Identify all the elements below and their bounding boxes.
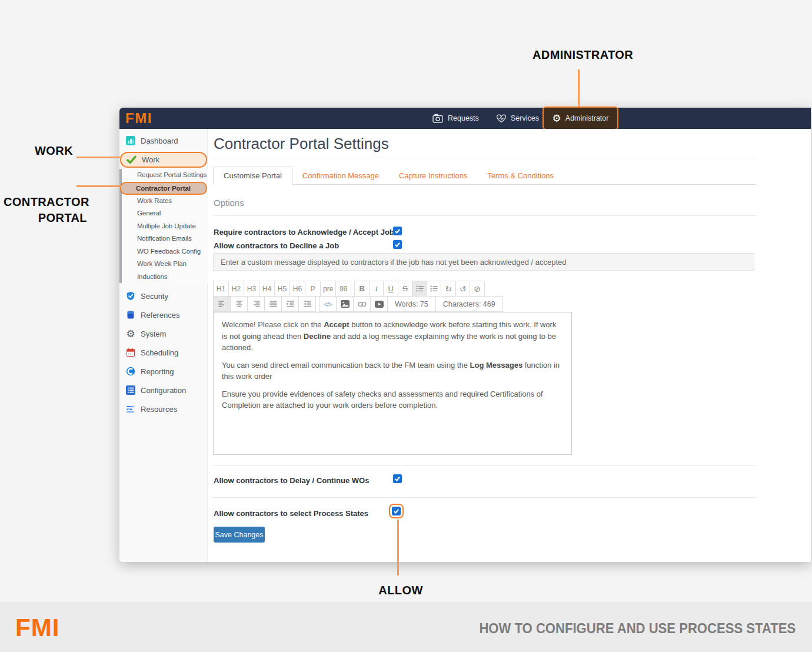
sidebar-item-label: System <box>141 330 166 338</box>
checkbox-delay[interactable] <box>393 474 402 483</box>
justify-icon <box>269 300 277 308</box>
sidebar-item-work[interactable]: Work <box>120 152 207 168</box>
align-center-icon <box>235 300 243 308</box>
tab-customise-portal[interactable]: Customise Portal <box>213 167 292 185</box>
blockquote-button[interactable]: 99 <box>335 281 351 297</box>
pre-button[interactable]: pre <box>320 281 336 297</box>
submenu-item-inductions[interactable]: Inductions <box>122 271 208 284</box>
app-window: FMI Requests Services ⚙ Administrator <box>119 108 811 562</box>
strikethrough-button[interactable]: S <box>398 281 413 297</box>
heart-pulse-icon <box>496 114 507 123</box>
dashboard-icon <box>126 136 135 145</box>
clear-format-icon: ⊘ <box>474 285 481 293</box>
tab-capture-instructions[interactable]: Capture Instructions <box>389 167 477 184</box>
word-count: Words: 75 <box>387 296 436 312</box>
undo-button[interactable]: ↺ <box>455 281 471 297</box>
nav-services[interactable]: Services <box>496 108 539 129</box>
nav-requests-label: Requests <box>448 114 479 122</box>
sidebar-item-configuration[interactable]: Configuration <box>119 381 208 400</box>
align-right-button[interactable] <box>247 296 265 312</box>
camera-icon <box>432 114 444 123</box>
submenu-item-general[interactable]: General <box>122 207 208 220</box>
align-left-button[interactable] <box>213 296 231 312</box>
h6-button[interactable]: H6 <box>289 281 305 297</box>
insert-video-button[interactable] <box>370 296 388 312</box>
bullet-list-button[interactable] <box>412 281 427 297</box>
redo-button[interactable]: ↻ <box>441 281 456 297</box>
annotation-allow: ALLOW <box>371 584 430 597</box>
code-view-button[interactable]: </> <box>319 296 337 312</box>
top-navbar: FMI Requests Services ⚙ Administrator <box>119 108 811 129</box>
sidebar-item-system[interactable]: ⚙ System <box>119 324 208 343</box>
submenu-item-notification-emails[interactable]: Notification Emails <box>122 232 208 245</box>
gear-icon: ⚙ <box>553 112 561 124</box>
sidebar-item-reporting[interactable]: Reporting <box>119 362 208 381</box>
section-title-options: Options <box>214 198 244 208</box>
submenu-item-contractor-portal[interactable]: Contractor Portal <box>120 182 207 195</box>
indent-button[interactable] <box>281 296 299 312</box>
sidebar-item-label: Scheduling <box>141 348 178 357</box>
h1-button[interactable]: H1 <box>213 281 229 297</box>
outdent-icon <box>304 300 311 308</box>
sidebar-item-label: Reporting <box>141 367 174 376</box>
clear-format-button[interactable]: ⊘ <box>470 281 485 297</box>
sidebar-item-scheduling[interactable]: Scheduling <box>119 343 208 362</box>
checkbox-acknowledge[interactable] <box>393 227 402 235</box>
submenu-item-work-rates[interactable]: Work Rates <box>122 195 208 208</box>
check-icon <box>393 508 400 514</box>
outdent-button[interactable] <box>298 296 316 312</box>
fmi-logo[interactable]: FMI <box>125 110 152 127</box>
annotation-line-administrator <box>578 69 580 107</box>
rte-toolbar: H1 H2 H3 H4 H5 H6 P pre 99 B I U S <box>213 281 573 312</box>
submenu-item-work-week-plan[interactable]: Work Week Plan <box>122 258 208 271</box>
annotation-administrator: ADMINISTRATOR <box>533 48 630 62</box>
numbered-list-icon <box>430 285 438 292</box>
tab-confirmation-message[interactable]: Confirmation Message <box>292 167 389 184</box>
align-left-icon <box>218 300 226 308</box>
insert-link-button[interactable] <box>353 296 371 312</box>
footer-band: FMI HOW TO CONFIGURE AND USE PROCESS STA… <box>0 602 812 652</box>
nav-requests[interactable]: Requests <box>432 108 479 129</box>
nav-services-label: Services <box>511 114 539 122</box>
justify-button[interactable] <box>264 296 282 312</box>
annotation-line-allow <box>397 520 399 576</box>
underline-button[interactable]: U <box>383 281 398 297</box>
nav-administrator[interactable]: ⚙ Administrator <box>543 107 618 130</box>
rte-paragraph: You can send direct email communication … <box>222 360 563 382</box>
sidebar-item-references[interactable]: References <box>119 305 208 324</box>
submenu-item-request-portal-settings[interactable]: Request Portal Settings <box>122 169 208 182</box>
italic-button[interactable]: I <box>369 281 384 297</box>
numbered-list-button[interactable] <box>427 281 442 297</box>
custom-message-field[interactable]: Enter a custom message displayed to cont… <box>213 253 754 271</box>
h3-button[interactable]: H3 <box>244 281 259 297</box>
sidebar-item-resources[interactable]: Resources <box>119 400 208 418</box>
sidebar-lower-items: Security References ⚙ System <box>119 287 208 418</box>
footer-fmi-logo: FMI <box>15 614 59 642</box>
align-center-button[interactable] <box>230 296 248 312</box>
check-icon <box>394 241 401 248</box>
sidebar-item-security[interactable]: Security <box>119 287 208 305</box>
insert-image-button[interactable] <box>336 296 354 312</box>
annotation-line-work <box>76 157 121 158</box>
check-icon <box>394 228 401 234</box>
h4-button[interactable]: H4 <box>259 281 275 297</box>
paragraph-button[interactable]: P <box>305 281 321 297</box>
submenu-item-multiple-job-update[interactable]: Multiple Job Update <box>122 220 208 233</box>
sidebar-item-dashboard[interactable]: Dashboard <box>119 133 208 148</box>
checkbox-decline[interactable] <box>393 240 402 249</box>
link-icon <box>358 301 367 307</box>
h2-button[interactable]: H2 <box>228 281 244 297</box>
submenu-item-wo-feedback-config[interactable]: WO Feedback Config <box>122 245 208 258</box>
footer-title: HOW TO CONFIGURE AND USE PROCESS STATES <box>479 621 796 637</box>
image-icon <box>341 300 350 308</box>
divider <box>213 215 756 216</box>
h5-button[interactable]: H5 <box>274 281 290 297</box>
sidebar: Dashboard Work Request Portal Settings C… <box>119 129 208 562</box>
tab-terms-conditions[interactable]: Terms & Conditions <box>477 167 564 184</box>
system-gear-icon: ⚙ <box>126 329 135 338</box>
bold-button[interactable]: B <box>354 281 370 297</box>
save-changes-button[interactable]: Save Changes <box>214 527 265 543</box>
checkbox-process-states[interactable] <box>392 507 401 515</box>
annotation-line-contractor-portal <box>76 185 122 187</box>
rte-content[interactable]: Welcome! Please click on the Accept butt… <box>213 312 572 455</box>
